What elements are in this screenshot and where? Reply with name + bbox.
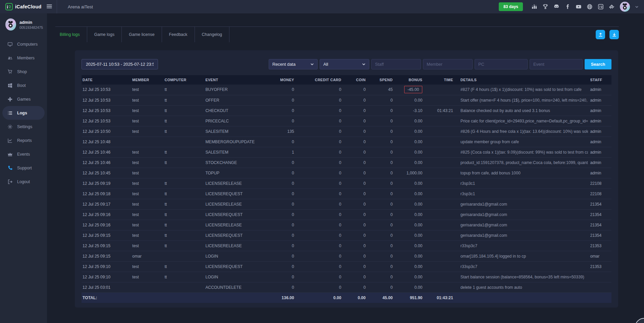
tab-feedback[interactable]: Feedback xyxy=(162,27,195,42)
chevron-down-icon[interactable] xyxy=(635,5,639,9)
bonus-highlight-box: -45.00 xyxy=(404,86,423,93)
cell-event: LICENSEREQUEST xyxy=(203,189,263,199)
sidebar-item-reports[interactable]: Reports xyxy=(0,133,47,147)
cell-bonus: 0.00 xyxy=(395,251,424,261)
total-coin: 0.00 xyxy=(343,292,368,303)
table-row: 12 Jul 25 09:10testttLOGIN00000.00Start … xyxy=(82,272,611,282)
date-range-input[interactable] xyxy=(82,59,158,69)
tabs: Billing logsGame logsGame licenseFeedbac… xyxy=(55,27,229,42)
cell-event: CHECKOUT xyxy=(203,105,263,116)
brand-name: iCafeCloud xyxy=(15,4,42,9)
user-avatar[interactable] xyxy=(5,18,16,31)
monitor-icon xyxy=(7,42,13,47)
pc-input[interactable] xyxy=(475,59,528,69)
cell-spend: 0 xyxy=(368,230,395,240)
cell-spend: 0 xyxy=(368,147,395,157)
cell-details: Balance checked out by auto and used 3.1… xyxy=(455,105,588,116)
cell-event: LICENSEREQUEST xyxy=(203,230,263,240)
youtube-icon[interactable] xyxy=(576,4,582,10)
sidebar-item-games[interactable]: Games xyxy=(0,92,47,106)
crown-icon xyxy=(7,152,13,157)
cell-staff xyxy=(588,282,611,292)
cell-staff: admin xyxy=(588,157,611,168)
sidebar-item-boot[interactable]: Boot xyxy=(0,78,47,92)
upload-button[interactable] xyxy=(596,30,605,39)
gamepad-icon xyxy=(7,97,13,102)
event-input[interactable] xyxy=(530,59,583,69)
cell-bonus: 0.00 xyxy=(395,116,424,126)
cell-details: gerisaranda1@gmail.com xyxy=(455,209,588,220)
cell-date: 12 Jul 25 09:17 xyxy=(82,199,130,209)
hamburger-menu-icon[interactable] xyxy=(46,3,53,10)
cell-coin: 0 xyxy=(343,126,368,137)
cell-member: test xyxy=(130,168,162,178)
cell-event: LICENSERELEASE xyxy=(203,199,263,209)
sidebar-item-label: Members xyxy=(17,56,35,60)
cell-bonus: 0.00 xyxy=(395,147,424,157)
cell-computer: tt xyxy=(163,209,204,220)
table-row: 12 Jul 25 10:53testttCHECKOUT0000-3.1001… xyxy=(82,105,611,116)
column-header-bonus: BONUS xyxy=(395,75,424,85)
table-row: 12 Jul 25 10:53testttBUYOFFER00045-45.00… xyxy=(82,85,611,95)
cell-details: Start balance session (balance=858564, b… xyxy=(455,272,588,282)
trophy-icon[interactable] xyxy=(542,4,548,10)
staff-input[interactable] xyxy=(371,59,421,69)
avatar[interactable] xyxy=(620,2,630,12)
cell-coin: 0 xyxy=(343,116,368,126)
tab-game-logs[interactable]: Game logs xyxy=(87,27,122,42)
sidebar-item-settings[interactable]: Settings xyxy=(0,120,47,133)
sidebar-item-shop[interactable]: Shop xyxy=(0,65,47,78)
cell-credit_card: 0 xyxy=(296,95,343,105)
globe-icon[interactable] xyxy=(587,4,593,10)
cell-member: test xyxy=(130,209,162,220)
event-type-select[interactable]: All xyxy=(320,59,369,69)
cell-member: test xyxy=(130,272,162,282)
license-days-badge[interactable]: 83 days xyxy=(499,2,523,11)
sidebar-item-logs[interactable]: Logs xyxy=(2,106,45,120)
sidebar-item-computers[interactable]: Computers xyxy=(0,37,47,51)
cell-bonus: 0.00 xyxy=(395,137,424,147)
table-row: 12 Jul 25 10:48MEMBERGROUPUPDATE00000.00… xyxy=(82,137,611,147)
cell-date: 12 Jul 25 10:50 xyxy=(82,126,130,137)
cell-event: TOPUP xyxy=(203,168,263,178)
cell-member: test xyxy=(130,220,162,230)
tab-game-license[interactable]: Game license xyxy=(122,27,162,42)
table-total-row: TOTAL:136.000.000.0045.00951.9001:43:21 xyxy=(82,292,611,303)
download-button[interactable] xyxy=(609,30,619,39)
icafecloud-icon[interactable] xyxy=(598,4,604,10)
cell-credit_card: 0 xyxy=(296,147,343,157)
recent-data-select[interactable]: Recent data xyxy=(269,59,318,69)
cell-staff: 21353 xyxy=(588,240,611,251)
users-icon xyxy=(7,55,13,61)
cell-staff: 21353 xyxy=(588,261,611,272)
topbar: iCafeCloud Arena aiTest 83 days xyxy=(0,0,644,13)
collapse-panel-button[interactable] xyxy=(635,318,644,323)
cell-event: LICENSEREQUEST xyxy=(203,209,263,220)
tab-billing-logs[interactable]: Billing logs xyxy=(55,27,87,42)
cell-bonus: 0.00 xyxy=(395,199,424,209)
table-row: 12 Jul 25 09:15testttLICENSEREQUEST00000… xyxy=(82,230,611,240)
sidebar-item-support[interactable]: Support xyxy=(0,161,47,175)
member-input[interactable] xyxy=(423,59,473,69)
cell-credit_card: 0 xyxy=(296,157,343,168)
leaderboard-icon[interactable] xyxy=(531,4,537,10)
sidebar-item-members[interactable]: Members xyxy=(0,51,47,65)
layers-icon[interactable] xyxy=(609,4,615,10)
cell-details: delete 1 guest accounts from auto xyxy=(455,282,588,292)
facebook-icon[interactable] xyxy=(565,4,571,10)
cell-coin: 0 xyxy=(343,282,368,292)
cell-spend: 0 xyxy=(368,116,395,126)
discord-icon[interactable] xyxy=(553,4,559,10)
sidebar-item-events[interactable]: Events xyxy=(0,147,47,161)
cell-computer xyxy=(163,251,204,261)
cell-time xyxy=(424,220,455,230)
tab-changelog[interactable]: Changelog xyxy=(195,27,229,42)
cell-money: 0 xyxy=(263,105,296,116)
cell-credit_card: 0 xyxy=(296,220,343,230)
sidebar-item-logout[interactable]: Logout xyxy=(0,175,47,189)
user-id: 005193482475 xyxy=(19,25,43,30)
search-button[interactable]: Search xyxy=(585,59,611,69)
cell-event: STOCKCHANGE xyxy=(203,157,263,168)
cell-staff: admin xyxy=(588,147,611,157)
cell-spend: 0 xyxy=(368,282,395,292)
